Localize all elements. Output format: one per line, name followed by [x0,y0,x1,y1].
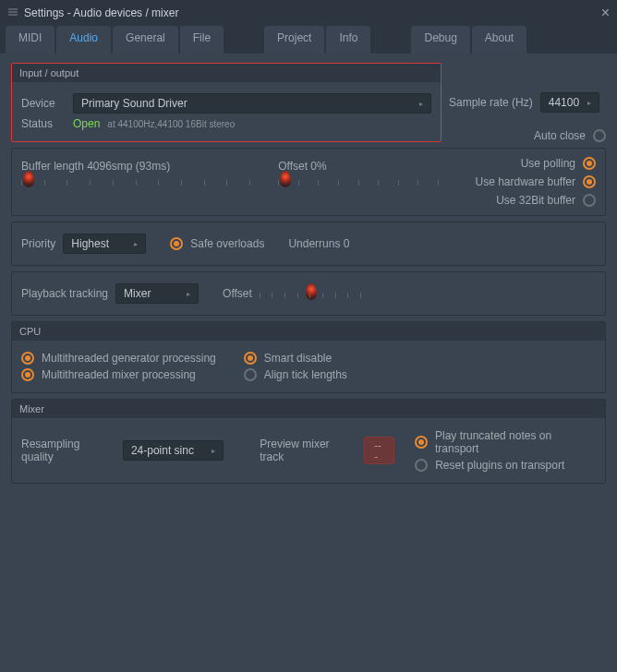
chevron-right-icon: ▸ [212,447,215,455]
chevron-right-icon: ▸ [419,100,423,108]
tab-spacer [225,26,262,54]
playback-tracking-dropdown[interactable]: Mixer ▸ [115,283,199,304]
status-open: Open [73,117,100,130]
use-hw-buffer-toggle[interactable] [583,175,596,188]
tab-midi[interactable]: MIDI [6,26,54,54]
use-hw-buffer-label: Use hardware buffer [475,175,575,188]
align-ticks-label: Align tick lengths [264,368,347,381]
titlebar: Settings - Audio devices / mixer × [0,0,617,26]
window-title: Settings - Audio devices / mixer [24,6,178,19]
sample-rate-dropdown[interactable]: 44100 ▸ [540,92,599,113]
cpu-header: CPU [12,322,605,341]
device-dropdown[interactable]: Primary Sound Driver ▸ [73,93,431,114]
buffer-length-slider[interactable] [21,173,250,189]
use-polling-toggle[interactable] [583,157,596,170]
sample-rate-label: Sample rate (Hz) [449,96,533,109]
chevron-right-icon: ▸ [134,240,138,248]
io-header: Input / output [12,64,441,82]
preview-mixer-label: Preview mixer track [260,438,355,463]
align-ticks-toggle[interactable] [244,368,257,381]
safe-overloads-label: Safe overloads [190,237,264,250]
priority-label: Priority [21,237,55,250]
resampling-value: 24-point sinc [131,444,194,457]
safe-overloads-toggle[interactable] [170,237,183,250]
playback-offset-slider[interactable] [260,285,361,302]
tab-spacer [372,26,409,54]
use-32bit-toggle[interactable] [583,194,596,207]
auto-close-label: Auto close [534,129,586,142]
auto-close-toggle[interactable] [593,129,606,142]
underruns-label: Underruns 0 [288,237,349,250]
playback-tracking-label: Playback tracking [21,287,108,300]
priority-group: Priority Highest ▸ Safe overloads Underr… [11,222,606,266]
buffer-length-label: Buffer length 4096smp (93ms) [21,160,250,173]
playback-group: Playback tracking Mixer ▸ Offset [11,271,606,316]
playback-offset-label: Offset [223,287,252,300]
io-group: Input / output Device Primary Sound Driv… [11,63,442,142]
resampling-label: Resampling quality [21,438,114,463]
smart-disable-label: Smart disable [264,352,332,365]
use-polling-label: Use polling [521,157,575,170]
tab-bar: MIDI Audio General File Project Info Deb… [0,26,617,54]
tab-about[interactable]: About [472,26,526,54]
chevron-right-icon: ▸ [587,99,591,107]
priority-dropdown[interactable]: Highest ▸ [63,234,146,254]
mixer-group: Mixer Resampling quality 24-point sinc ▸… [11,399,606,484]
content-area: Input / output Device Primary Sound Driv… [0,54,617,672]
tab-debug[interactable]: Debug [411,26,469,54]
mt-mix-label: Multithreaded mixer processing [42,368,196,381]
offset-label: Offset 0% [278,160,439,173]
priority-value: Highest [71,237,109,250]
play-truncated-toggle[interactable] [415,436,428,449]
close-icon[interactable]: × [601,5,610,21]
mt-gen-label: Multithreaded generator processing [42,352,216,365]
preview-mixer-button[interactable]: --- [364,437,394,464]
reset-plugins-toggle[interactable] [415,459,428,472]
playback-tracking-value: Mixer [124,287,151,300]
mt-gen-toggle[interactable] [21,352,34,365]
device-value: Primary Sound Driver [81,97,188,110]
tab-project[interactable]: Project [264,26,324,54]
play-truncated-label: Play truncated notes on transport [435,429,596,455]
mt-mix-toggle[interactable] [21,368,34,381]
tab-general[interactable]: General [113,26,178,54]
device-label: Device [21,97,66,110]
settings-icon [7,6,18,20]
settings-window: Settings - Audio devices / mixer × MIDI … [0,0,617,672]
sample-rate-value: 44100 [549,96,579,109]
cpu-group: CPU Multithreaded generator processing M… [11,321,606,393]
status-detail: at 44100Hz,44100 16Bit stereo [107,119,235,129]
chevron-right-icon: ▸ [187,290,190,298]
mixer-header: Mixer [12,400,605,418]
tab-audio[interactable]: Audio [56,26,111,54]
resampling-dropdown[interactable]: 24-point sinc ▸ [123,440,224,461]
tab-file[interactable]: File [180,26,224,54]
reset-plugins-label: Reset plugins on transport [435,459,564,472]
offset-slider[interactable] [278,173,439,189]
smart-disable-toggle[interactable] [244,352,257,365]
buffer-group: Buffer length 4096smp (93ms) Offset 0% [11,148,606,216]
use-32bit-label: Use 32Bit buffer [496,194,575,207]
tab-info[interactable]: Info [326,26,370,54]
status-label: Status [21,117,66,130]
